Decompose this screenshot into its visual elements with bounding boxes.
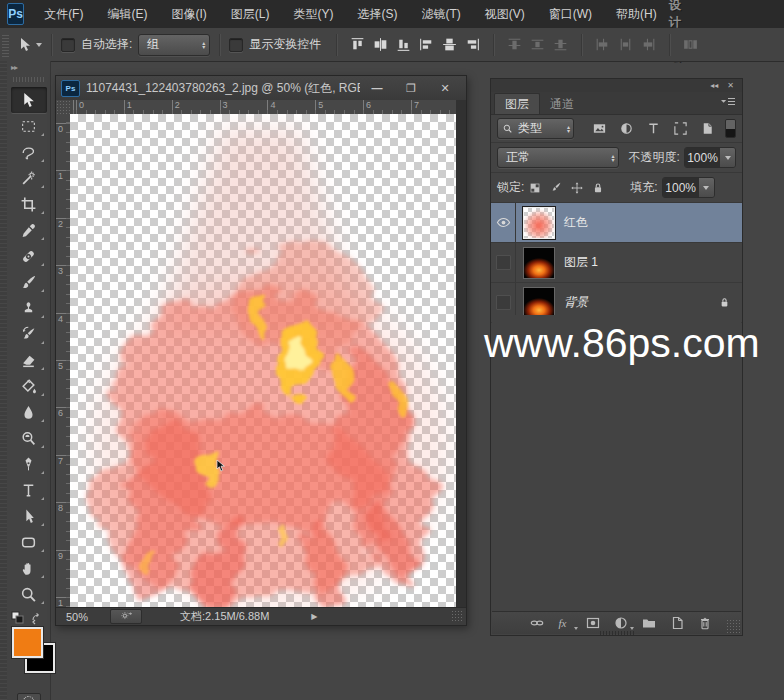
delete-layer-button[interactable] [697, 615, 713, 631]
panel-resize-nub[interactable] [600, 631, 634, 635]
menu-item-8[interactable]: 视图(V) [473, 0, 537, 28]
move-tool[interactable] [11, 87, 47, 113]
opacity-dropdown[interactable]: 100% [684, 147, 736, 168]
align-right-edges-button[interactable] [461, 33, 484, 57]
fill-dropdown[interactable]: 100% [662, 177, 715, 198]
type-filter-icon[interactable] [646, 121, 661, 136]
canvas[interactable] [70, 114, 456, 608]
close-button[interactable]: ✕ [428, 77, 462, 99]
adjustment-layer-button[interactable] [613, 615, 629, 631]
tab-channels[interactable]: 通道 [540, 94, 584, 114]
history-brush-tool[interactable] [11, 321, 47, 347]
new-group-button[interactable] [641, 615, 657, 631]
distribute-vertical-centers-button [526, 33, 549, 57]
filter-type-dropdown[interactable]: 类型 ▴▾ [497, 118, 574, 139]
blur-tool[interactable] [11, 399, 47, 425]
align-top-edges-button[interactable] [346, 33, 369, 57]
link-layers-button[interactable] [529, 615, 545, 631]
add-mask-button[interactable] [585, 615, 601, 631]
smart-object-filter-icon[interactable] [700, 121, 715, 136]
default-swap-colors-icon[interactable] [11, 611, 47, 625]
active-tool-badge[interactable] [17, 37, 42, 53]
lock-transparency-button[interactable] [528, 181, 542, 195]
lock-pixels-button[interactable] [549, 181, 563, 195]
status-options-button[interactable] [110, 609, 142, 624]
blend-mode-dropdown[interactable]: 正常 ▴▾ [497, 147, 619, 168]
menu-item-10[interactable]: 帮助(H) [604, 0, 669, 28]
image-filter-icon[interactable] [592, 121, 607, 136]
lock-position-button[interactable] [570, 181, 584, 195]
layer-name[interactable]: 红色 [564, 214, 588, 231]
layer-name[interactable]: 背景 [564, 294, 588, 311]
document-titlebar[interactable]: Ps 11074431_122403780263_2.jpg @ 50% (红色… [56, 76, 466, 101]
crop-tool[interactable] [11, 191, 47, 217]
align-left-edges-button[interactable] [415, 33, 438, 57]
maximize-button[interactable]: ❐ [394, 77, 428, 99]
gradient-tool[interactable] [11, 373, 47, 399]
foreground-color-swatch[interactable] [12, 627, 43, 658]
shape-filter-icon[interactable] [673, 121, 688, 136]
dodge-tool[interactable] [11, 425, 47, 451]
layer-name[interactable]: 图层 1 [564, 254, 598, 271]
panel-resize-grip[interactable] [726, 619, 740, 633]
layer-row-1[interactable]: 红色 [491, 203, 742, 243]
hand-tool[interactable] [11, 555, 47, 581]
collapse-panel-icon[interactable]: ◂◂ [710, 81, 718, 90]
visibility-eye-icon[interactable] [491, 203, 516, 242]
auto-select-checkbox[interactable] [61, 38, 75, 52]
eraser-tool[interactable] [11, 347, 47, 373]
align-horizontal-centers-button[interactable] [438, 33, 461, 57]
tool-flyout-icon [41, 237, 44, 240]
lock-all-button[interactable] [591, 181, 605, 195]
show-transform-checkbox[interactable] [229, 38, 243, 52]
menu-item-5[interactable]: 类型(Y) [281, 0, 345, 28]
filter-toggle-switch[interactable] [725, 119, 736, 138]
minimize-button[interactable]: — [360, 77, 394, 99]
magic-wand-tool[interactable] [11, 165, 47, 191]
new-layer-button[interactable] [669, 615, 685, 631]
brush-tool[interactable] [11, 269, 47, 295]
tool-flyout-icon [41, 549, 44, 552]
menu-item-3[interactable]: 图像(I) [159, 0, 218, 28]
clone-stamp-tool[interactable] [11, 295, 47, 321]
menu-item-6[interactable]: 选择(S) [345, 0, 409, 28]
eyedropper-tool[interactable] [11, 217, 47, 243]
lasso-tool[interactable] [11, 139, 47, 165]
menu-item-4[interactable]: 图层(L) [219, 0, 282, 28]
marquee-tool[interactable] [11, 113, 47, 139]
collapse-panel-icon[interactable]: ▸▸ [7, 61, 50, 74]
default-colors-icon[interactable] [11, 611, 45, 625]
shape-tool[interactable] [11, 529, 47, 555]
toolbar-grip[interactable] [13, 75, 44, 83]
close-panel-icon[interactable]: ✕ [727, 81, 734, 90]
layer-thumbnail[interactable] [523, 247, 555, 279]
menu-item-1[interactable]: 文件(F) [32, 0, 95, 28]
menu-item-9[interactable]: 窗口(W) [537, 0, 604, 28]
adjustment-filter-icon[interactable] [619, 121, 634, 136]
menu-item-7[interactable]: 滤镜(T) [409, 0, 472, 28]
layer-thumbnail[interactable] [523, 287, 555, 319]
pen-tool[interactable] [11, 451, 47, 477]
options-grip[interactable] [2, 33, 9, 57]
layer-styles-button[interactable]: fx [557, 615, 573, 631]
zoom-level-field[interactable]: 50% [66, 611, 88, 623]
quick-mask-button[interactable] [17, 693, 41, 700]
path-select-tool[interactable] [11, 503, 47, 529]
tool-flyout-icon [41, 315, 44, 318]
window-resize-grip[interactable] [451, 610, 464, 623]
align-vertical-centers-button[interactable] [369, 33, 392, 57]
menu-item-2[interactable]: 编辑(E) [95, 0, 159, 28]
zoom-tool[interactable] [11, 581, 47, 607]
status-arrow-icon[interactable]: ▶ [311, 612, 317, 621]
type-tool[interactable] [11, 477, 47, 503]
tab-layers[interactable]: 图层 [494, 93, 540, 114]
ruler-v-label: 2 [58, 220, 63, 228]
align-bottom-edges-button[interactable] [392, 33, 415, 57]
layer-row-2[interactable]: 图层 1 [491, 243, 742, 283]
panel-menu-icon[interactable] [720, 97, 736, 107]
visibility-toggle-empty[interactable] [491, 243, 516, 282]
auto-select-dropdown[interactable]: 组 ▴▾ [138, 34, 210, 56]
healing-brush-tool[interactable] [11, 243, 47, 269]
tool-flyout-icon [41, 445, 44, 448]
layer-thumbnail[interactable] [523, 207, 555, 239]
